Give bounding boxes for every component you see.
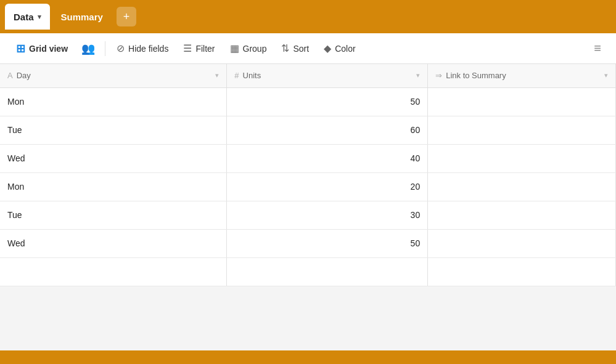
color-button[interactable]: ◆ Color [318,39,361,58]
sort-button[interactable]: ⇅ Sort [275,39,315,58]
cell-units[interactable]: 40 [227,144,428,172]
filter-button[interactable]: ☰ Filter [177,39,221,58]
hide-fields-button[interactable]: ⊘ Hide fields [110,39,175,58]
cell-day[interactable]: Wed [0,229,227,257]
cell-day[interactable]: Mon [0,172,227,201]
cell-units[interactable]: 50 [227,229,428,257]
cell-link[interactable] [428,172,616,201]
cell-link[interactable] [428,229,616,257]
tab-summary[interactable]: Summary [52,4,112,30]
sort-icon: ⇅ [281,42,289,54]
cell-day[interactable] [0,257,227,286]
cell-day[interactable]: Tue [0,201,227,229]
grid-view-button[interactable]: ⊞ Grid view [10,38,74,59]
group-icon: ▦ [230,42,239,54]
sort-label: Sort [293,44,309,54]
table-row[interactable]: Mon50 [0,87,616,116]
cell-day[interactable]: Mon [0,87,227,116]
cell-units[interactable] [227,257,428,286]
people-icon[interactable]: 👥 [76,38,100,59]
link-col-dropdown-icon: ▾ [604,71,608,79]
table-header-row: A Day ▾ # Units ▾ [0,64,616,87]
more-options-button[interactable]: ≡ [589,38,606,59]
color-icon: ◆ [324,42,331,54]
cell-units[interactable]: 50 [227,87,428,116]
table-container: A Day ▾ # Units ▾ [0,64,616,286]
filter-icon: ☰ [183,42,192,54]
link-col-label: Link to Summary [446,71,506,80]
cell-link[interactable] [428,257,616,286]
tab-data-dropdown-icon: ▾ [38,13,41,21]
cell-day[interactable]: Tue [0,116,227,144]
data-table: A Day ▾ # Units ▾ [0,64,616,286]
filter-label: Filter [195,44,215,54]
cell-link[interactable] [428,144,616,172]
tab-bar: Data ▾ Summary + [0,0,616,33]
grid-icon: ⊞ [16,42,25,55]
table-row[interactable]: Mon20 [0,172,616,201]
tab-data-label: Data [14,12,34,22]
add-tab-icon: + [123,10,130,23]
table-row[interactable]: Wed50 [0,229,616,257]
bottom-bar [0,350,616,364]
units-col-dropdown-icon: ▾ [416,71,420,79]
cell-units[interactable]: 60 [227,116,428,144]
cell-link[interactable] [428,116,616,144]
day-col-icon: A [7,71,13,80]
day-col-dropdown-icon: ▾ [215,71,219,79]
cell-units[interactable]: 20 [227,172,428,201]
table-row[interactable] [0,257,616,286]
day-col-label: Day [17,71,31,80]
tab-data[interactable]: Data ▾ [5,4,50,30]
cell-link[interactable] [428,201,616,229]
units-col-label: Units [243,71,261,80]
tab-summary-label: Summary [61,12,103,22]
toolbar-divider-1 [105,41,105,56]
column-header-link[interactable]: ⇒ Link to Summary ▾ [428,64,616,87]
cell-link[interactable] [428,87,616,116]
hide-fields-label: Hide fields [128,44,168,54]
cell-day[interactable]: Wed [0,144,227,172]
table-row[interactable]: Wed40 [0,144,616,172]
color-label: Color [335,44,355,54]
add-tab-button[interactable]: + [117,7,136,26]
hide-fields-icon: ⊘ [117,42,125,54]
units-col-icon: # [234,71,239,80]
group-button[interactable]: ▦ Group [224,39,273,58]
column-header-units[interactable]: # Units ▾ [227,64,428,87]
grid-view-label: Grid view [29,44,68,54]
table-row[interactable]: Tue60 [0,116,616,144]
table-row[interactable]: Tue30 [0,201,616,229]
cell-units[interactable]: 30 [227,201,428,229]
toolbar: ⊞ Grid view 👥 ⊘ Hide fields ☰ Filter ▦ G… [0,33,616,64]
group-label: Group [243,44,267,54]
link-col-icon: ⇒ [435,71,442,80]
column-header-day[interactable]: A Day ▾ [0,64,227,87]
